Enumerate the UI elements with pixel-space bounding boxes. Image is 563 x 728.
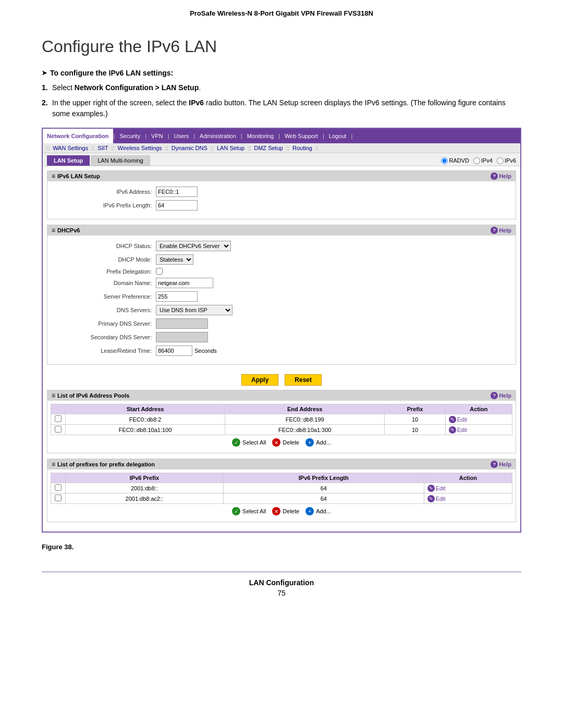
tab-lan-setup[interactable]: LAN Setup	[47, 155, 90, 166]
row2-action: ✎Edit	[445, 425, 512, 435]
prefix-delegation-panel: List of prefixes for prefix delegation ?…	[47, 459, 516, 522]
top-nav: Network Configuration | Security | VPN |…	[43, 129, 520, 143]
row2-checkbox[interactable]	[55, 426, 62, 433]
pd-row2-checkbox[interactable]	[55, 495, 62, 501]
pd-row1-edit-button[interactable]: ✎Edit	[427, 485, 446, 492]
tab-bar: LAN Setup LAN Multi-homing RADVD IPv4 IP…	[43, 153, 520, 166]
page-footer: LAN Configuration 75	[42, 572, 521, 597]
nav-monitoring[interactable]: Monitoring	[243, 129, 278, 143]
primary-dns-input[interactable]	[156, 318, 208, 329]
address-pools-help[interactable]: ? Help	[491, 392, 511, 399]
col-checkbox	[51, 404, 66, 414]
row2-start-address: FEC0::db8:10a1:100	[66, 425, 225, 435]
dhcpv6-help[interactable]: ? Help	[491, 227, 511, 234]
nav-network-config[interactable]: Network Configuration	[43, 129, 113, 143]
row1-edit-icon: ✎	[449, 416, 456, 423]
col-prefix: Prefix	[385, 404, 445, 414]
address-pools-delete-button[interactable]: ✕ Delete	[272, 438, 299, 447]
prefix-delegation-checkbox[interactable]	[156, 268, 163, 275]
prefix-delegation-add-button[interactable]: + Add...	[305, 507, 331, 515]
radio-ipv4[interactable]: IPv4	[473, 157, 493, 164]
seconds-label: Seconds	[194, 348, 217, 354]
subnav-wireless-settings[interactable]: Wireless Settings	[115, 145, 165, 151]
secondary-dns-input[interactable]	[156, 332, 208, 342]
radio-ipv6-input[interactable]	[497, 157, 504, 164]
row1-checkbox[interactable]	[55, 415, 62, 422]
prefix-delegation-table: IPv6 Prefix IPv6 Prefix Length Action 20…	[51, 473, 512, 504]
nav-security[interactable]: Security	[115, 129, 144, 143]
prefix-delegation-delete-button[interactable]: ✕ Delete	[272, 507, 299, 515]
table-row: 2001:db8:: 64 ✎Edit	[51, 483, 512, 493]
tab-lan-multihoming[interactable]: LAN Multi-homing	[91, 155, 150, 166]
dhcpv6-help-icon: ?	[491, 227, 498, 234]
select-all-label: Select All	[242, 439, 266, 446]
router-frame: Network Configuration | Security | VPN |…	[42, 128, 521, 533]
dhcpv6-title: DHCPv6	[52, 227, 80, 234]
add-label: Add...	[316, 439, 331, 446]
dhcpv6-body: DHCP Status: Enable DHCPv6 Server Disabl…	[47, 236, 516, 364]
radio-ipv4-input[interactable]	[473, 157, 480, 164]
step-1-num: 1.	[42, 82, 48, 93]
row2-checkbox-cell	[51, 425, 66, 435]
col-start-address: Start Address	[66, 404, 225, 414]
address-pools-header: List of IPv6 Address Pools ? Help	[47, 390, 516, 401]
radio-radvd[interactable]: RADVD	[441, 157, 469, 164]
pd-select-all-icon: ✓	[232, 507, 240, 515]
ipv6-lan-setup-help[interactable]: ? Help	[491, 172, 511, 180]
ipv6-lan-setup-body: IPv6 Address: IPv6 Prefix Length:	[47, 181, 516, 219]
pd-row1-action: ✎Edit	[424, 483, 512, 493]
radio-ipv6[interactable]: IPv6	[497, 157, 516, 164]
step-2-bold: IPv6	[189, 98, 204, 107]
subnav-siit[interactable]: SIIT	[95, 145, 111, 151]
pd-col-ipv6-prefix: IPv6 Prefix	[66, 473, 224, 483]
pd-row2-action: ✎Edit	[424, 493, 512, 504]
row1-checkbox-cell	[51, 414, 66, 425]
nav-users[interactable]: Users	[170, 129, 193, 143]
reset-button[interactable]: Reset	[285, 374, 322, 386]
subnav-dmz-setup[interactable]: DMZ Setup	[251, 145, 286, 151]
server-preference-input[interactable]	[156, 291, 198, 302]
secondary-dns-label: Secondary DNS Server:	[52, 334, 156, 340]
dhcp-status-select[interactable]: Enable DHCPv6 Server Disable DHCPv6 Serv…	[156, 241, 231, 251]
nav-logout[interactable]: Logout	[325, 129, 351, 143]
pd-row2-edit-button[interactable]: ✎Edit	[427, 495, 446, 502]
subnav-routing[interactable]: Routing	[290, 145, 315, 151]
row2-edit-button[interactable]: ✎Edit	[449, 426, 467, 434]
secondary-dns-row: Secondary DNS Server:	[52, 332, 511, 342]
dns-servers-label: DNS Servers:	[52, 307, 156, 313]
primary-dns-label: Primary DNS Server:	[52, 320, 156, 327]
address-pools-help-icon: ?	[491, 392, 498, 399]
ipv6-prefix-length-input[interactable]	[156, 200, 198, 211]
dhcp-mode-select[interactable]: Stateless Stateful	[156, 254, 193, 265]
ipv6-address-input[interactable]	[156, 187, 198, 197]
address-pools-add-button[interactable]: + Add...	[305, 438, 331, 447]
prefix-delegation-header: List of prefixes for prefix delegation ?…	[47, 459, 516, 470]
subnav-lan-setup[interactable]: LAN Setup	[214, 145, 247, 151]
lease-rebind-input[interactable]	[156, 346, 192, 356]
dhcpv6-panel: DHCPv6 ? Help DHCP Status: Enable DHCPv6…	[47, 225, 516, 365]
section-header: To configure the IPv6 LAN settings:	[42, 69, 521, 77]
nav-web-support[interactable]: Web Support	[280, 129, 322, 143]
row1-prefix: 10	[385, 414, 445, 425]
pd-add-label: Add...	[316, 508, 331, 514]
domain-name-input[interactable]	[156, 278, 213, 288]
dns-servers-select[interactable]: Use DNS from ISP Use These DNS Servers	[156, 305, 232, 315]
pd-row2-prefix: 2001:db8:ac2::	[66, 493, 224, 504]
address-pools-select-all-button[interactable]: ✓ Select All	[232, 438, 266, 447]
prefix-delegation-help[interactable]: ? Help	[491, 461, 511, 468]
ipv6-prefix-length-label: IPv6 Prefix Length:	[52, 202, 156, 208]
pd-select-all-label: Select All	[242, 508, 266, 514]
ipv6-lan-setup-title: IPv6 LAN Setup	[52, 172, 100, 180]
prefix-delegation-select-all-button[interactable]: ✓ Select All	[232, 507, 266, 515]
subnav-dynamic-dns[interactable]: Dynamic DNS	[169, 145, 210, 151]
server-preference-row: Server Preference:	[52, 291, 511, 302]
subnav-wan-settings[interactable]: WAN Settings	[50, 145, 91, 151]
router-content: IPv6 LAN Setup ? Help IPv6 Address: IPv6…	[43, 166, 520, 532]
apply-button[interactable]: Apply	[241, 374, 278, 386]
nav-administration[interactable]: Administration	[195, 129, 240, 143]
dhcp-status-label: DHCP Status:	[52, 243, 156, 249]
row1-edit-button[interactable]: ✎Edit	[449, 416, 467, 423]
nav-vpn[interactable]: VPN	[147, 129, 167, 143]
pd-row1-checkbox[interactable]	[55, 484, 62, 491]
radio-radvd-input[interactable]	[441, 157, 448, 164]
